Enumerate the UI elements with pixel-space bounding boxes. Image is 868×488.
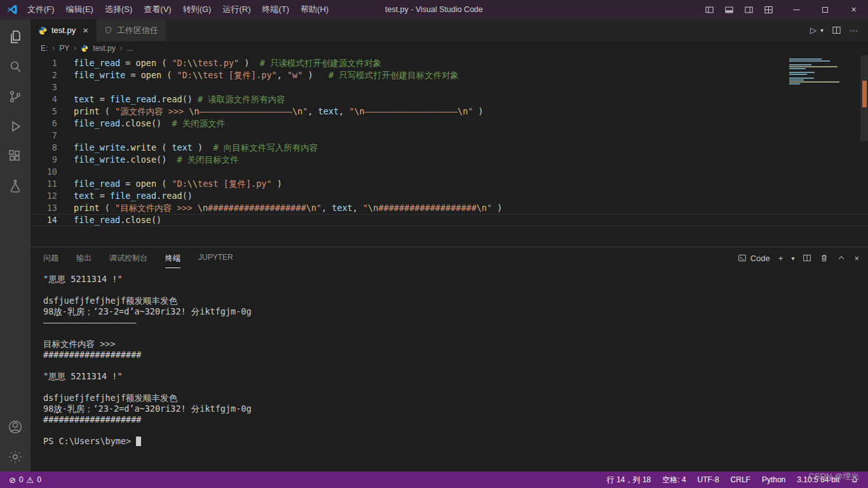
search-icon[interactable] [0,51,31,81]
line-number[interactable]: 8 [31,142,57,154]
code-line[interactable]: 11file_read = open ( "D:\\test [复件].py" … [31,178,868,190]
split-terminal-icon[interactable] [803,254,811,262]
status-item[interactable]: Python [756,475,791,484]
minimize-button[interactable]: ─ [782,0,811,19]
menu-item[interactable]: 查看(V) [138,0,177,19]
line-number[interactable]: 13 [31,202,57,214]
extensions-icon[interactable] [0,141,31,171]
bottom-panel: 问题输出调试控制台终端JUPYTER Code + ▾ × [31,247,868,471]
line-number[interactable]: 10 [31,166,57,178]
testing-icon[interactable] [0,171,31,201]
panel-tab[interactable]: JUPYTER [198,248,233,268]
explorer-icon[interactable] [0,22,31,51]
new-terminal-icon[interactable]: + [778,254,783,263]
settings-gear-icon[interactable] [0,442,31,471]
menu-item[interactable]: 编辑(E) [60,0,99,19]
menu-item[interactable]: 终端(T) [256,0,295,19]
warning-icon: ⚠ [27,475,34,485]
terminal-line [43,360,868,371]
more-actions-icon[interactable]: ··· [850,25,858,35]
terminal-cursor[interactable] [136,437,141,446]
tab-close-icon[interactable]: × [83,25,88,36]
breadcrumb-file[interactable]: test.py [93,44,115,53]
line-number[interactable]: 7 [31,130,57,142]
terminal[interactable]: "崽崽 5211314 !" dsfjuefjfefjhejf额发顺丰发色98放… [31,269,868,471]
window-controls: ─ × [782,0,868,19]
menu-item[interactable]: 文件(F) [22,0,60,19]
toggle-sidebar-icon[interactable] [705,5,714,15]
panel-tab[interactable]: 输出 [76,248,92,268]
tab-test-py[interactable]: test.py × [31,19,97,41]
maximize-panel-icon[interactable] [837,254,846,262]
code-line[interactable]: 5print ( "源文件内容 >>> \n——————————————————… [31,105,868,118]
menu-bar: 文件(F)编辑(E)选择(S)查看(V)转到(G)运行(R)终端(T)帮助(H) [22,0,334,19]
code-line[interactable]: 2file_write = open ( "D:\\test [复件].py",… [31,69,868,81]
status-item[interactable]: CRLF [725,475,756,484]
run-file-button[interactable]: ▷ [810,25,817,35]
code-line[interactable]: 12text = file_read.read() [31,190,868,202]
shield-icon [104,26,112,34]
breadcrumb-drive[interactable]: E: [41,44,48,53]
status-item[interactable]: 空格: 4 [656,475,691,485]
line-number[interactable]: 3 [31,81,57,93]
code-line[interactable]: 4text = file_read.read() # 读取源文件所有内容 [31,93,868,105]
line-number[interactable]: 5 [31,105,57,118]
menu-item[interactable]: 运行(R) [217,0,256,19]
toggle-secondary-sidebar-icon[interactable] [744,5,754,15]
code-line[interactable]: 7 [31,130,868,142]
line-number[interactable]: 14 [31,214,57,226]
terminal-line [43,382,868,393]
notifications-bell-icon[interactable] [845,475,862,484]
code-line[interactable]: 13print ( "目标文件内容 >>> \n################… [31,202,868,214]
code-editor[interactable]: 1file_read = open ( "D:\\test.py" ) # 只读… [31,55,868,247]
tab-label: 工作区信任 [117,25,158,36]
breadcrumb-folder[interactable]: PY [59,44,69,53]
line-number[interactable]: 6 [31,118,57,130]
tab-workspace-trust[interactable]: 工作区信任 [97,19,166,41]
line-number[interactable]: 11 [31,178,57,190]
panel-tab[interactable]: 终端 [165,248,180,268]
terminal-line: dsfjuefjfefjhejf额发顺丰发色 [43,393,868,403]
code-line[interactable]: 10 [31,166,868,178]
run-debug-icon[interactable] [0,111,31,141]
line-number[interactable]: 4 [31,93,57,105]
code-line[interactable]: 1file_read = open ( "D:\\test.py" ) # 只读… [31,57,868,69]
code-line[interactable]: 14file_read.close() [31,214,868,226]
panel-tab[interactable]: 问题 [43,248,58,268]
code-line[interactable]: 8file_write.write ( text ) # 向目标文件写入所有内容 [31,142,868,154]
close-panel-icon[interactable]: × [854,254,859,263]
split-editor-icon[interactable] [832,25,841,35]
maximize-button[interactable] [811,0,839,19]
account-icon[interactable] [0,412,31,442]
line-number[interactable]: 9 [31,154,57,166]
warning-count: 0 [37,475,41,484]
source-control-icon[interactable] [0,81,31,111]
line-number[interactable]: 2 [31,69,57,81]
terminal-dropdown-icon[interactable]: ▾ [791,255,794,262]
code-line[interactable]: 3 [31,81,868,93]
status-item[interactable]: 行 14，列 18 [601,475,656,485]
status-item[interactable]: UTF-8 [692,475,725,484]
minimap[interactable] [789,58,858,85]
titlebar: 文件(F)编辑(E)选择(S)查看(V)转到(G)运行(R)终端(T)帮助(H)… [0,0,868,19]
code-line[interactable]: 6file_read.close() # 关闭源文件 [31,118,868,130]
status-item[interactable]: 3.10.5 64-bit [791,475,845,484]
breadcrumb-more[interactable]: ... [127,44,133,53]
panel-tab[interactable]: 调试控制台 [109,248,147,268]
toggle-panel-icon[interactable] [724,5,734,15]
terminal-line: 目标文件内容 >>> [43,339,868,349]
panel-tabs: 问题输出调试控制台终端JUPYTER [43,248,233,268]
editor-group: test.py × 工作区信任 ▷ ▾ ··· E: › PY [31,19,868,471]
close-window-button[interactable]: × [839,0,868,19]
line-number[interactable]: 12 [31,190,57,202]
problems-status[interactable]: ⊘ 0 ⚠ 0 [6,475,44,485]
menu-item[interactable]: 帮助(H) [295,0,334,19]
customize-layout-icon[interactable] [764,5,773,15]
menu-item[interactable]: 转到(G) [177,0,217,19]
kill-terminal-icon[interactable] [820,254,829,262]
terminal-profile-button[interactable]: Code [738,254,770,263]
code-line[interactable]: 9file_write.close() # 关闭目标文件 [31,154,868,166]
run-dropdown-icon[interactable]: ▾ [820,27,824,34]
menu-item[interactable]: 选择(S) [99,0,138,19]
line-number[interactable]: 1 [31,57,57,69]
